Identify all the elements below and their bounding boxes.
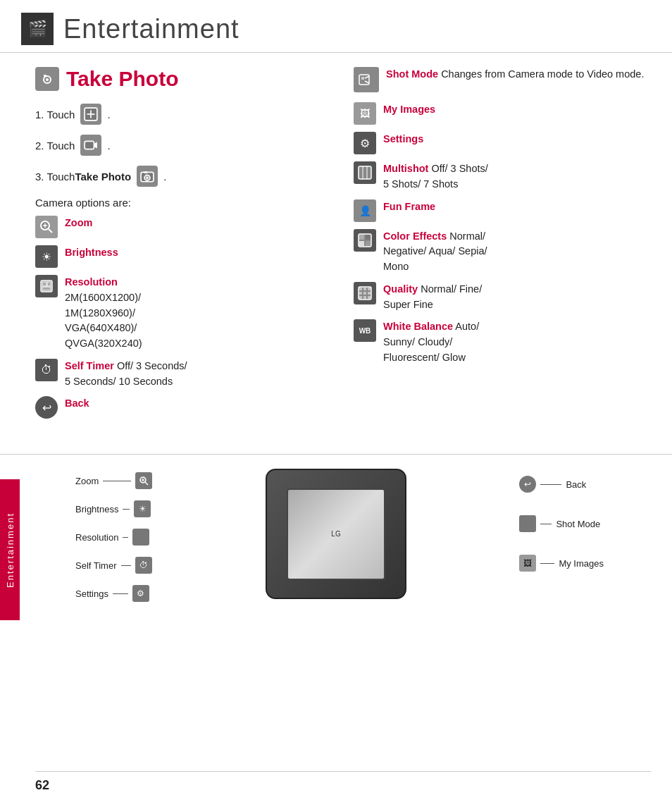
option-back: ↩ Back	[35, 396, 332, 419]
step-3-prefix: 3. Touch	[35, 171, 75, 183]
multishot-label: Multishot	[383, 163, 428, 174]
diag-settings: Settings ⚙	[75, 585, 152, 602]
fun-frame-label: Fun Frame	[383, 201, 435, 212]
diagram-right-labels: ↩ Back Shot Mode 🖼 My Images	[519, 476, 604, 572]
step-1: 1. Touch .	[35, 104, 332, 125]
diag-brightness-line	[123, 509, 130, 510]
shot-mode-icon	[354, 67, 379, 92]
diagram-section: Zoom Brightness ☀ Resolution Self Timer	[0, 454, 672, 610]
svg-rect-2	[44, 75, 46, 77]
resolution-icon	[35, 275, 58, 297]
diag-back-icon: ↩	[519, 476, 536, 493]
color-effects-icon	[354, 229, 376, 252]
phone-screen: LG	[287, 488, 385, 580]
svg-rect-30	[366, 235, 371, 240]
my-images-label: My Images	[383, 104, 435, 115]
diag-zoom-icon	[135, 472, 152, 489]
multishot-icon	[354, 161, 376, 184]
step-3-bold: Take Photo	[75, 171, 131, 183]
option-resolution: Resolution 2M(1600X1200)/1M(1280X960)/VG…	[35, 275, 332, 352]
white-balance-label: White Balance	[383, 321, 453, 332]
main-content: Take Photo 1. Touch . 2. Touch	[0, 60, 672, 440]
diag-back-label: Back	[566, 479, 586, 490]
diag-self-timer-line	[121, 565, 131, 566]
section-title: Take Photo	[35, 67, 332, 91]
svg-rect-40	[359, 296, 362, 299]
svg-rect-18	[42, 282, 46, 286]
color-effects-label: Color Effects	[383, 230, 447, 242]
left-column: Take Photo 1. Touch . 2. Touch	[35, 67, 332, 426]
step-1-icon	[80, 104, 101, 125]
self-timer-label: Self Timer	[65, 360, 114, 371]
option-quality: Quality Normal/ Fine/Super Fine	[354, 282, 651, 313]
settings-icon: ⚙	[354, 132, 376, 154]
brightness-label: Brightness	[65, 247, 118, 258]
right-column: Shot Mode Changes from Camera mode to Vi…	[354, 67, 651, 426]
my-images-icon: 🖼	[354, 102, 376, 125]
page-header: 🎬 Entertainment	[0, 0, 672, 53]
diag-settings-icon: ⚙	[132, 585, 149, 602]
phone-diagram: LG	[266, 469, 406, 599]
page-title: Entertainment	[63, 14, 239, 44]
svg-line-44	[145, 482, 148, 485]
diag-back-line	[540, 484, 561, 485]
svg-rect-34	[359, 288, 362, 290]
diag-shot-mode-label: Shot Mode	[556, 519, 600, 529]
option-settings: ⚙ Settings	[354, 132, 651, 154]
shot-mode-label: Shot Mode	[386, 68, 438, 80]
shot-mode-desc: Changes from Camera mode to Video mode.	[441, 68, 644, 80]
diag-my-images-label: My Images	[559, 558, 604, 569]
svg-rect-38	[363, 292, 366, 295]
svg-rect-12	[144, 171, 147, 173]
svg-rect-42	[368, 296, 371, 299]
entertainment-icon: 🎬	[28, 20, 47, 38]
diag-shot-mode: Shot Mode	[519, 515, 604, 532]
svg-rect-29	[359, 235, 364, 240]
option-color-effects: Color Effects Normal/Negative/ Aqua/ Sep…	[354, 229, 651, 275]
diag-brightness-icon: ☀	[134, 500, 151, 517]
quality-icon	[354, 282, 376, 304]
diag-self-timer-icon: ⏱	[135, 557, 152, 574]
svg-rect-36	[368, 288, 371, 290]
diag-self-timer: Self Timer ⏱	[75, 557, 152, 574]
back-label: Back	[65, 398, 89, 409]
fun-frame-icon: 👤	[354, 199, 376, 222]
header-icon: 🎬	[21, 13, 54, 45]
diag-back: ↩ Back	[519, 476, 604, 493]
option-zoom: Zoom	[35, 216, 332, 238]
diag-self-timer-label: Self Timer	[75, 560, 117, 571]
zoom-label: Zoom	[65, 217, 92, 228]
svg-line-14	[49, 229, 52, 233]
diag-resolution: Resolution	[75, 529, 152, 546]
svg-rect-39	[368, 292, 371, 295]
diag-zoom-label: Zoom	[75, 476, 99, 486]
svg-rect-7	[85, 141, 94, 149]
page-number: 62	[35, 778, 49, 793]
phone-screen-text: LG	[331, 530, 340, 538]
diag-settings-line	[113, 593, 128, 594]
step-2-period: .	[107, 140, 110, 152]
resolution-desc: 2M(1600X1200)/1M(1280X960)/VGA(640X480)/…	[65, 292, 142, 349]
diag-resolution-icon	[132, 529, 149, 546]
self-timer-icon: ⏱	[35, 359, 58, 381]
diag-brightness: Brightness ☀	[75, 500, 152, 517]
diag-resolution-label: Resolution	[75, 532, 118, 543]
step-3: 3. Touch Take Photo .	[35, 166, 332, 187]
diag-shot-mode-icon	[519, 515, 536, 532]
step-2: 2. Touch .	[35, 135, 332, 156]
option-self-timer: ⏱ Self Timer Off/ 3 Seconds/5 Seconds/ 1…	[35, 359, 332, 390]
option-fun-frame: 👤 Fun Frame	[354, 199, 651, 222]
diag-brightness-label: Brightness	[75, 504, 118, 515]
svg-rect-37	[359, 292, 362, 295]
svg-rect-35	[363, 288, 366, 290]
svg-rect-31	[359, 241, 364, 246]
diag-settings-label: Settings	[75, 589, 108, 599]
diag-my-images-icon: 🖼	[519, 555, 536, 572]
diagram-left-labels: Zoom Brightness ☀ Resolution Self Timer	[75, 472, 152, 602]
svg-rect-22	[361, 77, 364, 80]
option-white-balance: WB White Balance Auto/Sunny/ Cloudy/Fluo…	[354, 319, 651, 365]
settings-label: Settings	[383, 133, 423, 144]
diag-my-images-line	[540, 563, 554, 564]
diag-resolution-line	[123, 537, 128, 538]
diag-shot-mode-line	[540, 524, 552, 524]
